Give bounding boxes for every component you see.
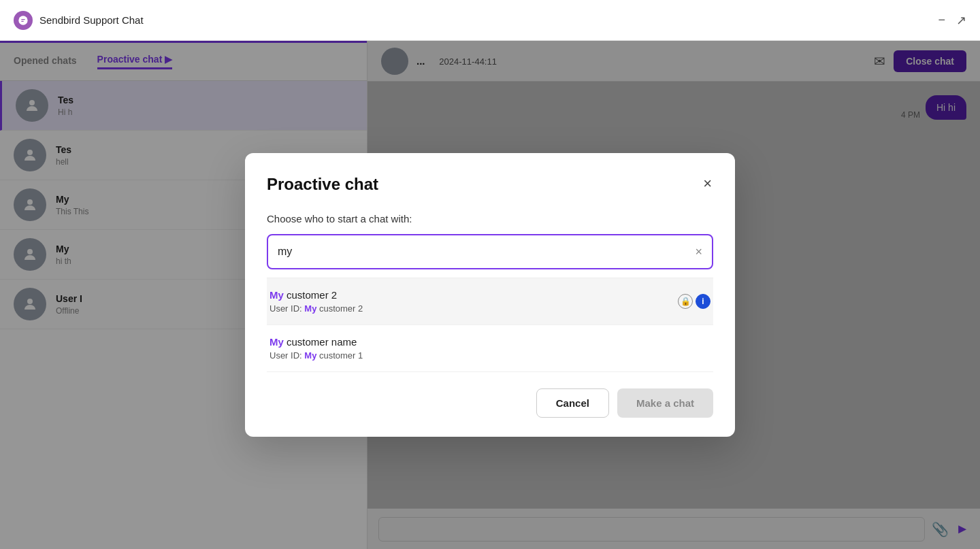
result-item[interactable]: My customer name User ID: My customer 1 [267, 325, 713, 372]
result-list: My customer 2 User ID: My customer 2 🔒 i [267, 278, 713, 372]
search-wrapper: × [267, 234, 713, 269]
modal-footer: Cancel Make a chat [267, 388, 713, 418]
result-id: User ID: My customer 2 [270, 303, 363, 314]
modal-close-button[interactable]: × [702, 175, 713, 193]
app-layout: Opened chats Proactive chat ▶ Tes Hi h [0, 41, 980, 549]
info-icon: i [696, 294, 710, 309]
expand-button[interactable]: ↗ [956, 13, 966, 28]
minimize-button[interactable]: − [938, 13, 945, 27]
modal-subtitle: Choose who to start a chat with: [267, 213, 713, 224]
search-input[interactable] [278, 246, 695, 258]
app-title: Sendbird Support Chat [39, 14, 144, 26]
app-icon [14, 11, 33, 30]
svg-point-0 [18, 16, 27, 24]
result-id: User ID: My customer 1 [270, 350, 363, 361]
make-chat-button[interactable]: Make a chat [617, 388, 713, 418]
result-name: My customer 2 [270, 289, 363, 301]
result-item[interactable]: My customer 2 User ID: My customer 2 🔒 i [267, 278, 713, 325]
modal-title: Proactive chat [267, 175, 378, 194]
title-bar: Sendbird Support Chat − ↗ [0, 0, 980, 41]
modal-overlay: Proactive chat × Choose who to start a c… [0, 41, 980, 549]
modal-header: Proactive chat × [267, 175, 713, 194]
search-clear-button[interactable]: × [695, 245, 702, 259]
result-name: My customer name [270, 336, 363, 348]
title-bar-actions: − ↗ [938, 13, 966, 28]
proactive-chat-modal: Proactive chat × Choose who to start a c… [245, 153, 735, 437]
lock-icon: 🔒 [678, 294, 693, 309]
cancel-button[interactable]: Cancel [536, 388, 609, 418]
result-icons: 🔒 i [678, 294, 710, 309]
